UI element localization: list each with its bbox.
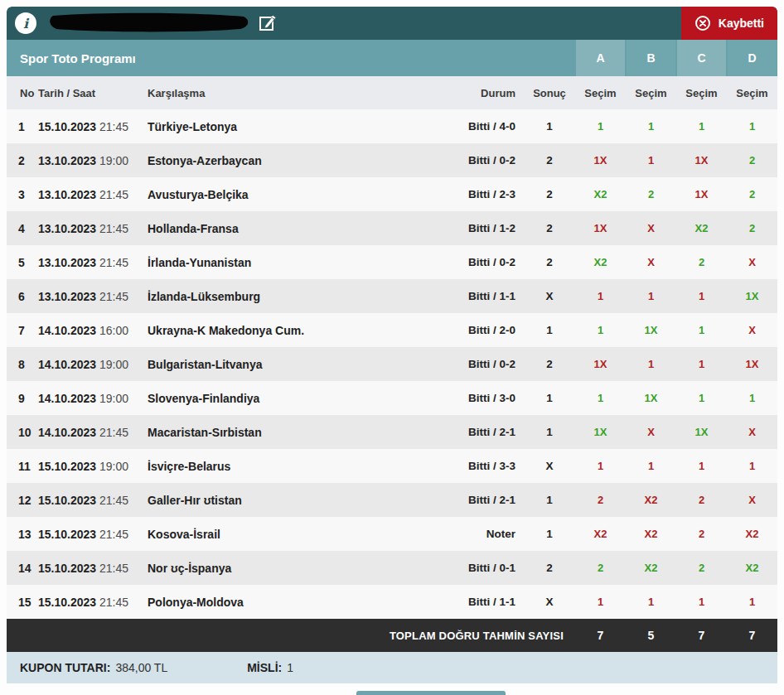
row-number: 14 (7, 562, 38, 575)
pick-column-a: 1 (575, 596, 626, 608)
match-name: Slovenya-Finlandiya (148, 392, 431, 405)
match-datetime: 14.10.2023 19:00 (38, 392, 148, 405)
pick-column-a: 1X (575, 358, 626, 370)
row-number: 13 (7, 528, 38, 541)
pick-column-c: 1 (676, 290, 727, 302)
pick-column-d: 2 (727, 154, 777, 167)
coupon-amount-label: KUPON TUTARI: (20, 661, 110, 674)
pick-column-a: 1X (575, 222, 626, 234)
pick-column-c: 1 (676, 460, 727, 472)
pick-column-b: 1 (626, 120, 676, 133)
match-date: 15.10.2023 (38, 528, 96, 541)
header-no: No (7, 87, 38, 99)
match-date: 15.10.2023 (38, 562, 96, 575)
pick-column-d: 1 (727, 596, 777, 608)
multiplier-label: MİSLİ: (247, 661, 282, 674)
pick-column-a: 1 (575, 392, 626, 404)
match-status: Bitti / 2-1 (431, 426, 524, 438)
coupon-header-bar: i Kaybetti (7, 7, 777, 40)
match-datetime: 13.10.2023 21:45 (38, 188, 148, 201)
match-time: 19:00 (96, 358, 128, 371)
table-row: 1115.10.2023 19:00İsviçre-BelarusBitti /… (7, 449, 777, 483)
match-result: 2 (524, 256, 575, 268)
pick-column-c: 1X (676, 154, 727, 167)
table-row: 413.10.2023 21:45Hollanda-FransaBitti / … (7, 211, 777, 245)
match-date: 14.10.2023 (38, 426, 96, 439)
match-name: Galler-Hır ʊtistan (148, 494, 431, 507)
pick-column-d: 1 (727, 120, 777, 133)
lost-status-button[interactable]: Kaybetti (681, 7, 777, 40)
column-b-header: B (627, 40, 675, 76)
match-datetime: 15.10.2023 21:45 (38, 596, 148, 609)
match-time: 21:45 (96, 562, 128, 575)
match-time: 21:45 (96, 596, 128, 609)
pick-column-b: 1 (626, 290, 676, 302)
edit-pencil-icon[interactable] (259, 14, 277, 32)
table-row: 814.10.2023 19:00Bulgaristan-LitvanyaBit… (7, 347, 777, 381)
row-number: 6 (7, 290, 38, 303)
match-result: 2 (524, 358, 575, 370)
pick-column-c: 1 (676, 596, 727, 608)
match-status: Bitti / 1-2 (431, 222, 524, 234)
pick-column-c: 1X (676, 426, 727, 438)
match-date: 14.10.2023 (38, 392, 96, 405)
match-date: 14.10.2023 (38, 358, 96, 371)
match-name: Türkiye-Letonya (148, 120, 431, 133)
column-d-header: D (728, 40, 777, 76)
info-icon[interactable]: i (15, 12, 36, 34)
pick-column-b: X2 (626, 528, 676, 540)
match-result: 2 (524, 154, 575, 167)
lost-status-label: Kaybetti (719, 17, 764, 30)
match-result: X (524, 290, 575, 302)
pick-column-c: 1 (676, 358, 727, 370)
total-column-b: 5 (626, 629, 676, 642)
match-status: Bitti / 4-0 (431, 120, 524, 133)
table-row: 213.10.2023 19:00Estonya-AzerbaycanBitti… (7, 143, 777, 177)
row-number: 4 (7, 222, 38, 235)
pick-column-b: 1X (626, 392, 676, 404)
pick-column-d: 2 (727, 222, 777, 234)
match-date: 13.10.2023 (38, 256, 96, 269)
pick-column-d: 1X (727, 290, 777, 302)
pick-column-a: X2 (575, 528, 626, 540)
match-result: 1 (524, 120, 575, 133)
pick-column-a: 2 (575, 562, 626, 574)
pick-column-d: X (727, 256, 777, 268)
header-pick-a: Seçim (575, 87, 626, 99)
bottom-partial-element (356, 691, 506, 695)
match-datetime: 14.10.2023 16:00 (38, 324, 148, 337)
match-name: İzlanda-Lüksemburg (148, 290, 431, 303)
header-pick-d: Seçim (727, 87, 777, 99)
match-time: 21:45 (96, 528, 128, 541)
pick-column-a: 1X (575, 426, 626, 438)
pick-column-b: 1 (626, 154, 676, 167)
match-datetime: 15.10.2023 21:45 (38, 120, 148, 133)
match-result: X (524, 460, 575, 472)
pick-column-d: 1 (727, 460, 777, 472)
match-date: 14.10.2023 (38, 324, 96, 337)
pick-column-b: X2 (626, 494, 676, 506)
x-circle-icon (694, 15, 711, 31)
row-number: 11 (7, 460, 38, 473)
table-row: 115.10.2023 21:45Türkiye-LetonyaBitti / … (7, 109, 777, 143)
pick-column-c: 2 (676, 256, 727, 268)
pick-column-c: 1 (676, 392, 727, 404)
match-time: 19:00 (96, 154, 128, 167)
row-number: 1 (7, 120, 38, 133)
redacted-coupon-name (46, 11, 254, 36)
pick-column-d: 1 (727, 392, 777, 404)
row-number: 9 (7, 392, 38, 405)
match-status: Bitti / 0-2 (431, 358, 524, 370)
program-bar: Spor Toto Programı ABCD (7, 40, 777, 76)
match-date: 13.10.2023 (38, 154, 96, 167)
match-date: 13.10.2023 (38, 188, 96, 201)
match-status: Bitti / 0-2 (431, 154, 524, 167)
pick-column-d: X (727, 494, 777, 506)
match-status: Noter (431, 528, 524, 540)
pick-column-d: 2 (727, 188, 777, 200)
coupon-amount-value: 384,00 TL (115, 661, 167, 674)
match-date: 15.10.2023 (38, 494, 96, 507)
pick-column-d: X2 (727, 528, 777, 540)
match-time: 19:00 (96, 460, 128, 473)
match-date: 13.10.2023 (38, 290, 96, 303)
